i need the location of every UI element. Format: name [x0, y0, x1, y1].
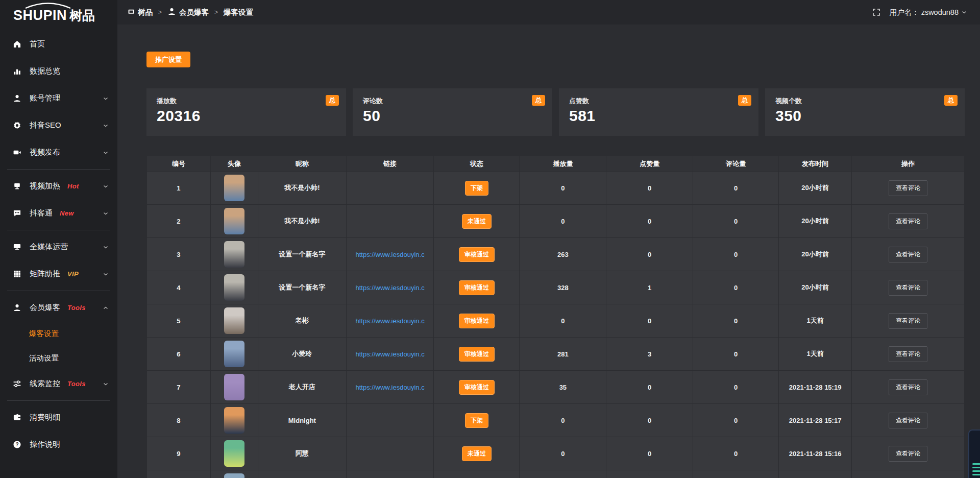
cell-avatar — [211, 271, 258, 304]
widget-bar — [972, 467, 980, 468]
column-header: 评论量 — [693, 156, 779, 172]
stat-cards: 播放数 20316 总 评论数 50 总 点赞数 581 总 视频个数 350 … — [146, 88, 965, 136]
cell-link: https://www.iesdouyin.c — [347, 304, 434, 338]
sidebar-item[interactable]: 账号管理 — [0, 85, 117, 112]
sidebar-item[interactable]: 会员爆客Tools — [0, 294, 117, 321]
view-comments-button[interactable]: 查看评论 — [889, 247, 927, 262]
cell-link — [347, 205, 434, 238]
sidebar-item[interactable]: 视频发布 — [0, 139, 117, 166]
avatar — [224, 374, 244, 400]
cell-nickname: Midnight — [258, 404, 347, 437]
cell-action: 查看评论 — [852, 404, 965, 437]
cell-likes: 0 — [606, 205, 693, 238]
cell-action: 查看评论 — [852, 437, 965, 470]
sidebar-item[interactable]: 视频加热Hot — [0, 173, 117, 200]
view-comments-button[interactable]: 查看评论 — [889, 346, 927, 362]
cell-plays: 263 — [520, 238, 606, 271]
cell-avatar — [211, 470, 258, 478]
video-link[interactable]: https://www.iesdouyin.c — [354, 350, 427, 358]
view-comments-button[interactable]: 查看评论 — [889, 446, 927, 462]
brand-logo[interactable]: SHUPIN树品 — [0, 0, 117, 28]
gear-icon — [12, 121, 22, 130]
help-icon: ? — [12, 440, 22, 449]
sidebar-item-label: 抖客通 — [30, 208, 53, 218]
cell-link: https://www.iesdouyin.c — [347, 271, 434, 304]
accounts-table: 编号头像昵称链接状态播放量点赞量评论量发布时间操作 1 我不是小帅! 下架 0 … — [146, 156, 965, 478]
cell-action: 查看评论 — [852, 304, 965, 338]
view-comments-button[interactable]: 查看评论 — [889, 213, 927, 229]
sidebar-item[interactable]: 抖音SEO — [0, 112, 117, 139]
breadcrumb: 树品>会员爆客>爆客设置 — [128, 7, 253, 17]
stat-card-value: 50 — [363, 107, 542, 125]
sidebar-subitem[interactable]: 爆客设置 — [0, 321, 117, 346]
fullscreen-icon[interactable] — [872, 8, 880, 16]
promo-settings-button[interactable]: 推广设置 — [146, 52, 190, 67]
cell-avatar — [211, 304, 258, 338]
sidebar-item[interactable]: 线索监控Tools — [0, 370, 117, 397]
stat-card-label: 点赞数 — [569, 97, 748, 106]
status-badge[interactable]: 审核通过 — [459, 280, 495, 295]
view-comments-button[interactable]: 查看评论 — [889, 280, 927, 296]
column-header: 编号 — [147, 156, 211, 172]
sidebar-item[interactable]: 矩阵助推VIP — [0, 260, 117, 288]
breadcrumb-label: 树品 — [138, 8, 153, 17]
stat-card: 评论数 50 总 — [353, 88, 552, 136]
sidebar-item[interactable]: 抖客通New — [0, 200, 117, 227]
stat-card-value: 350 — [775, 107, 954, 125]
sidebar-nav: 首页数据总览账号管理抖音SEO视频发布视频加热Hot抖客通New全媒体运营矩阵助… — [0, 28, 117, 458]
cell-status: 未通过 — [434, 205, 520, 238]
sidebar-item-label: 首页 — [30, 39, 45, 49]
topbar: 树品>会员爆客>爆客设置 用户名：zswodun88 — [117, 0, 980, 25]
cell-link — [347, 437, 434, 470]
sidebar-item[interactable]: 数据总览 — [0, 58, 117, 85]
floating-widget[interactable] — [968, 429, 980, 478]
avatar — [224, 208, 244, 234]
view-comments-button[interactable]: 查看评论 — [889, 313, 927, 329]
status-badge[interactable]: 未通过 — [462, 214, 492, 229]
view-comments-button[interactable]: 查看评论 — [889, 379, 927, 395]
sidebar-item-label: 线索监控 — [30, 379, 60, 389]
status-badge[interactable]: 审核通过 — [459, 314, 495, 328]
stat-card-value: 581 — [569, 107, 748, 125]
avatar — [224, 175, 244, 201]
cell-comments: 0 — [693, 338, 779, 371]
cell-likes: 3 — [606, 338, 693, 371]
sidebar-item[interactable]: 消费明细 — [0, 404, 117, 431]
status-badge[interactable]: 审核通过 — [459, 380, 495, 395]
sidebar-item[interactable]: 首页 — [0, 31, 117, 58]
cell-comments: 0 — [693, 437, 779, 470]
widget-bar — [972, 474, 980, 475]
breadcrumb-item[interactable]: 树品 — [128, 8, 153, 17]
status-badge[interactable]: 下架 — [465, 413, 488, 428]
view-comments-button[interactable]: 查看评论 — [889, 413, 927, 428]
sidebar-subitem[interactable]: 活动设置 — [0, 346, 117, 370]
user-menu[interactable]: 用户名：zswodun88 — [890, 8, 968, 17]
cell-avatar — [211, 338, 258, 371]
table-row: 3 设置一个新名字 https://www.iesdouyin.c 审核通过 2… — [147, 238, 965, 271]
cell-likes: 0 — [606, 371, 693, 404]
cell-status: 未通过 — [434, 437, 520, 470]
video-link[interactable]: https://www.iesdouyin.c — [354, 251, 427, 258]
sidebar-item-label: 数据总览 — [30, 66, 60, 76]
status-badge[interactable]: 审核通过 — [459, 247, 495, 262]
cell-likes — [606, 470, 693, 478]
cell-time: 20小时前 — [779, 205, 852, 238]
breadcrumb-item[interactable]: 会员爆客 — [167, 7, 209, 17]
cell-plays: 0 — [520, 172, 606, 205]
cell-comments — [693, 470, 779, 478]
column-header: 昵称 — [258, 156, 347, 172]
sidebar-item[interactable]: ?操作说明 — [0, 431, 117, 458]
stat-card-badge: 总 — [738, 95, 751, 106]
status-badge[interactable]: 未通过 — [462, 446, 492, 461]
video-link[interactable]: https://www.iesdouyin.c — [354, 317, 427, 325]
cell-id: 5 — [147, 304, 211, 338]
status-badge[interactable]: 审核通过 — [459, 347, 495, 362]
view-comments-button[interactable]: 查看评论 — [889, 180, 927, 196]
sidebar-item[interactable]: 全媒体运营 — [0, 233, 117, 260]
table-header-row: 编号头像昵称链接状态播放量点赞量评论量发布时间操作 — [147, 156, 965, 172]
video-link[interactable]: https://www.iesdouyin.c — [354, 384, 427, 391]
status-badge[interactable]: 下架 — [465, 181, 488, 196]
cell-time — [779, 470, 852, 478]
cell-time: 20小时前 — [779, 172, 852, 205]
video-link[interactable]: https://www.iesdouyin.c — [354, 284, 427, 292]
